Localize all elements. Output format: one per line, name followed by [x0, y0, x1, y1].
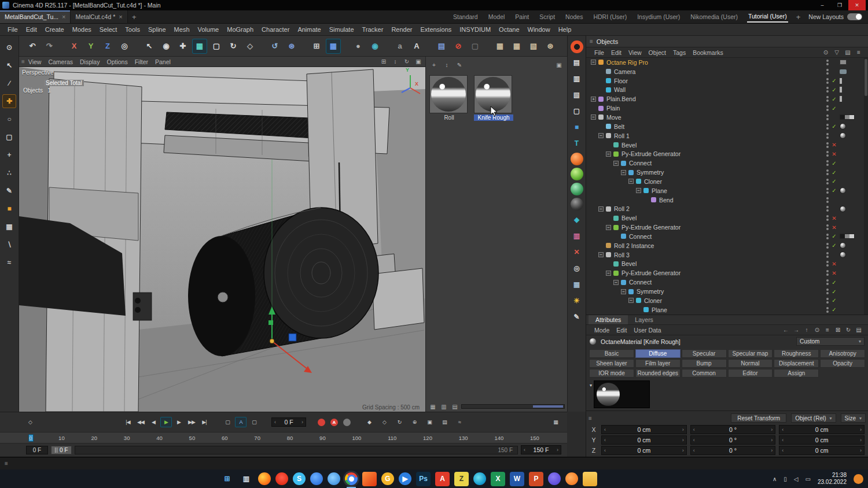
viewport-canvas[interactable]: Perspective Selected Total Objects 1 Gri… [19, 67, 425, 412]
close-button[interactable]: ✕ [848, 0, 866, 10]
object-tag-icon[interactable] [840, 187, 846, 194]
filter-list-icon[interactable]: ≡ [823, 326, 832, 334]
scrollbar-thumb[interactable] [533, 405, 563, 408]
spin-up-icon[interactable]: › [680, 427, 686, 432]
google-app-icon[interactable]: G [381, 472, 394, 485]
menu-item[interactable]: Extensions [416, 26, 455, 33]
enabled-state-icon[interactable] [831, 289, 837, 295]
object-type-icon[interactable] [606, 87, 611, 93]
edge-icon[interactable] [473, 472, 486, 485]
menu-item[interactable]: Character [258, 26, 293, 33]
expand-toggle-icon[interactable]: − [598, 206, 604, 212]
history-forward-icon[interactable]: → [792, 326, 801, 334]
material-channel-tab[interactable]: Displacement [774, 359, 819, 368]
tree-row[interactable]: − Roll 2 [586, 205, 868, 214]
tree-row[interactable]: Wall [586, 86, 868, 95]
record-pla-icon[interactable]: ▣ [424, 417, 435, 427]
material-channel-tab[interactable]: Assign [774, 369, 819, 378]
gray-ball-icon[interactable]: ● [351, 39, 366, 54]
object-label[interactable]: Bevel [621, 260, 637, 267]
object-type-icon[interactable] [651, 197, 656, 202]
material-channel-tab[interactable]: Rounded edges [635, 369, 681, 378]
pinwheel-icon[interactable]: ✕ [570, 245, 584, 259]
scale-field[interactable]: ‹ 0 cm › [779, 435, 865, 445]
object-label[interactable]: Symmetry [637, 288, 664, 295]
object-type-icon[interactable] [628, 170, 634, 175]
sort-materials-icon[interactable]: ↕ [442, 61, 451, 69]
octane-ball-icon[interactable] [571, 153, 583, 165]
menu-item[interactable]: Modes [68, 26, 95, 33]
purple-app-icon[interactable] [548, 472, 561, 485]
layout-tab[interactable]: Insydium (User) [636, 12, 681, 22]
menu-item[interactable]: Simulate [325, 26, 358, 33]
expand-toggle-icon[interactable]: + [591, 97, 596, 102]
snap-icon[interactable]: ▦ [326, 39, 341, 54]
object-type-icon[interactable] [613, 225, 619, 230]
transform-icon[interactable]: + [2, 148, 16, 162]
timeline-marker-icon[interactable]: ◇ [24, 417, 36, 427]
layout-tab[interactable]: Nodes [564, 12, 584, 22]
visibility-dots[interactable] [826, 298, 829, 304]
object-type-icon[interactable] [613, 142, 619, 147]
dotted-ball-icon[interactable]: ◉ [367, 39, 382, 54]
tree-row[interactable]: Plane [586, 305, 868, 315]
material-channel-tab[interactable]: Roughness [774, 349, 819, 358]
expand-toggle-icon[interactable]: − [613, 161, 619, 166]
goto-start-button[interactable]: |◀ [122, 417, 134, 427]
object-type-icon[interactable] [621, 234, 626, 239]
spin-up-icon[interactable]: › [299, 419, 306, 425]
pen-icon[interactable]: ✎ [2, 184, 16, 198]
interactive-render-icon[interactable]: ▧ [526, 39, 541, 54]
new-document-tab-button[interactable]: + [128, 10, 141, 23]
expand-toggle-icon[interactable]: − [606, 225, 611, 230]
thumb-size-large-icon[interactable]: ▤ [450, 402, 459, 411]
object-label[interactable]: Py-Extrude Generator [621, 224, 681, 231]
prev-key-button[interactable]: ◀◀ [135, 417, 146, 427]
expand-toggle-icon[interactable]: − [636, 188, 641, 193]
material-channel-tab[interactable]: Diffuse [635, 349, 681, 358]
object-tag-icon[interactable] [840, 242, 846, 249]
size-mode-dropdown[interactable]: Size ▾ [841, 413, 866, 423]
mesh-ball-icon[interactable] [571, 183, 583, 195]
attributes-menu-item[interactable]: User Data [630, 327, 664, 334]
material-channel-tab[interactable]: Basic [589, 349, 634, 358]
thumb-size-medium-icon[interactable]: ▥ [439, 402, 448, 411]
rotation-field[interactable]: ‹ 0 ° › [690, 425, 776, 434]
record-parameter-icon[interactable]: ⊕ [409, 417, 420, 427]
enabled-state-icon[interactable] [831, 142, 837, 148]
enabled-state-icon[interactable] [831, 270, 837, 276]
taskbar-clock[interactable]: 21:38 23.02.2022 [818, 472, 847, 486]
frame-icon[interactable]: ▢ [570, 104, 584, 118]
enabled-state-icon[interactable] [831, 224, 837, 231]
viewport-layout-icon[interactable]: ▣ [414, 58, 423, 66]
panel-handle-icon[interactable]: ≡ [589, 415, 592, 422]
visibility-dots[interactable] [826, 69, 829, 75]
object-type-icon[interactable] [598, 114, 604, 120]
firefox-dev-icon[interactable] [362, 472, 377, 486]
visibility-dots[interactable] [826, 252, 829, 258]
expand-toggle-icon[interactable]: − [621, 170, 626, 175]
menu-item[interactable]: MoGraph [223, 26, 258, 33]
firefox-icon[interactable] [258, 472, 271, 485]
range-slider-track[interactable]: 150 F [75, 446, 518, 454]
layout-tab[interactable]: Script [538, 12, 556, 22]
cube-icon[interactable]: ■ [570, 120, 584, 134]
enabled-state-icon[interactable] [831, 123, 837, 130]
object-type-icon[interactable] [606, 133, 611, 138]
spin-down-icon[interactable]: ‹ [691, 448, 697, 453]
object-type-icon[interactable] [613, 261, 619, 267]
object-tag-icon[interactable] [840, 87, 842, 93]
status-menu-icon[interactable]: ≡ [5, 460, 8, 467]
globe-icon[interactable]: ◎ [570, 261, 584, 275]
layouts-toggle[interactable] [847, 13, 862, 20]
visibility-dots[interactable] [826, 215, 829, 221]
visibility-dots[interactable] [826, 279, 829, 285]
hidden-icons-chevron[interactable]: ∧ [773, 476, 777, 482]
object-type-icon[interactable] [613, 216, 619, 221]
notification-badge[interactable] [854, 474, 863, 484]
object-label[interactable]: Cloner [644, 178, 662, 185]
object-label[interactable]: Roll 1 [614, 132, 630, 139]
object-type-icon[interactable] [606, 206, 611, 212]
spin-up-icon[interactable]: › [680, 437, 686, 443]
parent-up-icon[interactable]: ↑ [802, 326, 811, 334]
